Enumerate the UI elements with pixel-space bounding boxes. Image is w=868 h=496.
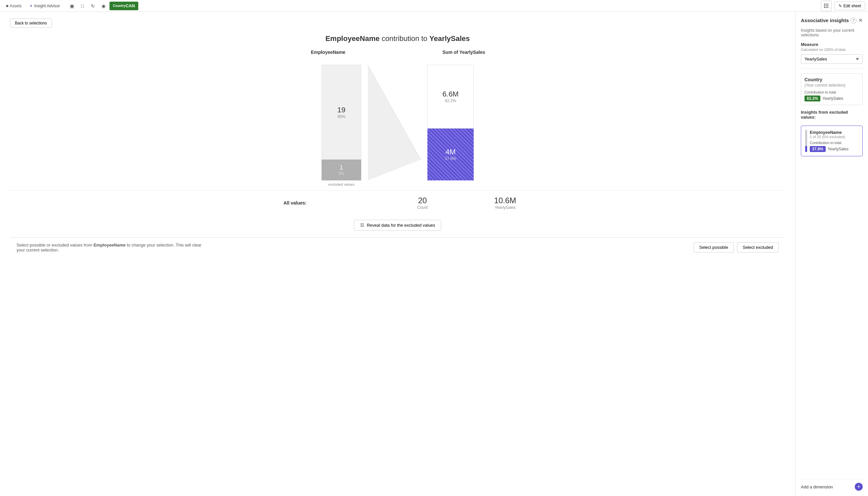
- bottom-text-pre: Select possible or excluded values from: [17, 243, 94, 248]
- svg-marker-0: [368, 65, 421, 181]
- sidebar-title: Associative insights: [801, 17, 849, 23]
- insight-advisor-label: Insight Advisor: [34, 4, 60, 8]
- all-values-label: All values:: [284, 200, 306, 205]
- assets-label: Assets: [10, 4, 21, 8]
- divider-1: [801, 68, 863, 69]
- country-badge: 62.2%: [805, 95, 820, 102]
- back-to-selections-button[interactable]: Back to selections: [10, 18, 52, 28]
- excluded-label: excluded values: [328, 182, 355, 186]
- grid-view-button[interactable]: [821, 1, 832, 11]
- right-bar-col: 6.6M 62.2% 4M 37.8%: [428, 65, 474, 181]
- edit-sheet-button[interactable]: ✎ Edit sheet: [834, 2, 865, 10]
- excluded-badge: 37.8%: [810, 146, 826, 152]
- col1-header: EmployeeName: [311, 50, 345, 55]
- top-bar-right: ✎ Edit sheet: [821, 1, 865, 11]
- reveal-btn-container: ☷ Reveal data for the excluded values: [10, 220, 785, 231]
- edit-sheet-label: Edit sheet: [843, 4, 861, 8]
- country-card: Country (Your current selection) Contrib…: [801, 73, 863, 105]
- bar-bot-value: 4M: [446, 148, 456, 156]
- bar-top-pct: 62.2%: [445, 98, 456, 103]
- all-count: 20: [403, 196, 442, 205]
- country-chip-label: Country: [113, 4, 125, 7]
- bar-top-value: 6.6M: [443, 90, 459, 98]
- country-card-title: Country: [805, 77, 859, 82]
- sidebar-close-button[interactable]: ✕: [858, 17, 863, 24]
- all-values-row: All values: 20 Count 10.6M YearlySales: [10, 190, 785, 210]
- top-bar-left: ■ Assets ✦ Insight Advisor ▣ □ ↻ ◉ Count…: [3, 1, 138, 11]
- chart-area: possible values 19 95% 1 5% excluded val…: [10, 58, 785, 181]
- back-btn-label: Back to selections: [15, 21, 47, 26]
- select-excluded-button[interactable]: Select excluded: [737, 242, 779, 252]
- add-dimension-row: Add a dimension +: [801, 479, 863, 491]
- insights-excluded-label: Insights from excluded values:: [801, 110, 863, 120]
- excluded-contrib-label: Contribution to total: [810, 141, 858, 145]
- add-dimension-label: Add a dimension: [801, 484, 833, 490]
- select-possible-button[interactable]: Select possible: [694, 242, 734, 252]
- measure-calc: Calculated on 100% of data: [801, 48, 863, 51]
- assets-button[interactable]: ■ Assets: [3, 2, 25, 10]
- excluded-card-info: EmployeeName 1 of 20 (5% excluded) Contr…: [810, 130, 858, 152]
- country-chip-value: CAN: [126, 4, 135, 8]
- bar-possible: 19 95%: [321, 65, 361, 160]
- bar-excluded: 1 5%: [321, 160, 361, 181]
- bar-excluded-pct: 5%: [339, 171, 344, 176]
- toolbar-icon-4[interactable]: ◉: [99, 1, 108, 11]
- select-excluded-label: Select excluded: [743, 245, 773, 250]
- excluded-card-inner: EmployeeName 1 of 20 (5% excluded) Contr…: [805, 130, 858, 152]
- triangle-svg: [368, 65, 421, 181]
- all-yearly-sub: YearlySales: [485, 205, 525, 210]
- excluded-card: EmployeeName 1 of 20 (5% excluded) Contr…: [801, 126, 863, 156]
- all-yearly: 10.6M: [485, 196, 525, 205]
- chart-title-measure: YearlySales: [429, 34, 470, 43]
- add-dimension-button[interactable]: +: [855, 483, 863, 491]
- measure-section: Measure Calculated on 100% of data Yearl…: [801, 42, 863, 64]
- excluded-card-bar: [805, 130, 807, 152]
- excluded-measure: YearlySales: [828, 147, 849, 151]
- table-icon: ☷: [360, 223, 364, 228]
- reveal-excluded-button[interactable]: ☷ Reveal data for the excluded values: [354, 220, 442, 231]
- country-measure: YearlySales: [822, 96, 843, 101]
- toolbar-icon-3[interactable]: ↻: [88, 1, 98, 11]
- insight-advisor-button[interactable]: ✦ Insight Advisor: [26, 2, 63, 10]
- excluded-contrib-row: 37.8% YearlySales: [810, 146, 858, 152]
- all-count-sub: Count: [403, 205, 442, 210]
- chart-title-dim: EmployeeName: [326, 34, 380, 43]
- select-possible-label: Select possible: [699, 245, 728, 250]
- country-contrib-row: 62.2% YearlySales: [805, 95, 859, 102]
- sidebar-header: Associative insights ? ✕: [801, 17, 863, 24]
- toolbar-icon-1[interactable]: ▣: [67, 1, 76, 11]
- content-area: Back to selections EmployeeName contribu…: [0, 12, 795, 496]
- excluded-card-title: EmployeeName: [810, 130, 858, 135]
- country-card-sub: (Your current selection): [805, 83, 859, 88]
- plus-icon: +: [857, 484, 861, 490]
- bottom-bar-text: Select possible or excluded values from …: [17, 243, 202, 252]
- col2-header: Sum of YearlySales: [443, 50, 485, 55]
- measure-select[interactable]: YearlySales: [801, 54, 863, 64]
- bar-blue-top: 6.6M 62.2%: [428, 65, 474, 128]
- bar-bot-purple: [805, 146, 807, 152]
- toolbar-icon-2[interactable]: □: [78, 1, 87, 11]
- bar-excluded-value: 1: [340, 164, 343, 171]
- reveal-btn-label: Reveal data for the excluded values: [367, 223, 435, 228]
- chart-columns: EmployeeName Sum of YearlySales: [10, 50, 785, 55]
- country-chip[interactable]: Country CAN: [109, 2, 138, 10]
- main-layout: Back to selections EmployeeName contribu…: [0, 12, 868, 496]
- grid-icon: [824, 4, 829, 8]
- bottom-dimension: EmployeeName: [94, 243, 126, 248]
- toolbar-icons: ▣ □ ↻ ◉: [67, 1, 108, 11]
- bar-hatched-bottom: 4M 37.8%: [428, 128, 474, 181]
- bar-top-gray: [805, 130, 807, 146]
- sidebar: Associative insights ? ✕ Insights based …: [795, 12, 868, 496]
- country-contrib-label: Contribution to total: [805, 90, 859, 94]
- left-bar-col: possible values 19 95% 1 5% excluded val…: [321, 65, 361, 181]
- insight-icon: ✦: [29, 4, 33, 8]
- sidebar-help-button[interactable]: ?: [851, 17, 856, 24]
- chart-title: EmployeeName contribution to YearlySales: [10, 34, 785, 43]
- bar-possible-pct: 95%: [338, 114, 345, 119]
- top-bar: ■ Assets ✦ Insight Advisor ▣ □ ↻ ◉ Count…: [0, 0, 868, 12]
- pencil-icon: ✎: [839, 4, 842, 8]
- bottom-bar-actions: Select possible Select excluded: [694, 242, 779, 252]
- chart-title-conn: contribution to: [382, 34, 428, 43]
- bar-bot-pct: 37.8%: [445, 156, 456, 161]
- bottom-bar: Select possible or excluded values from …: [10, 237, 785, 257]
